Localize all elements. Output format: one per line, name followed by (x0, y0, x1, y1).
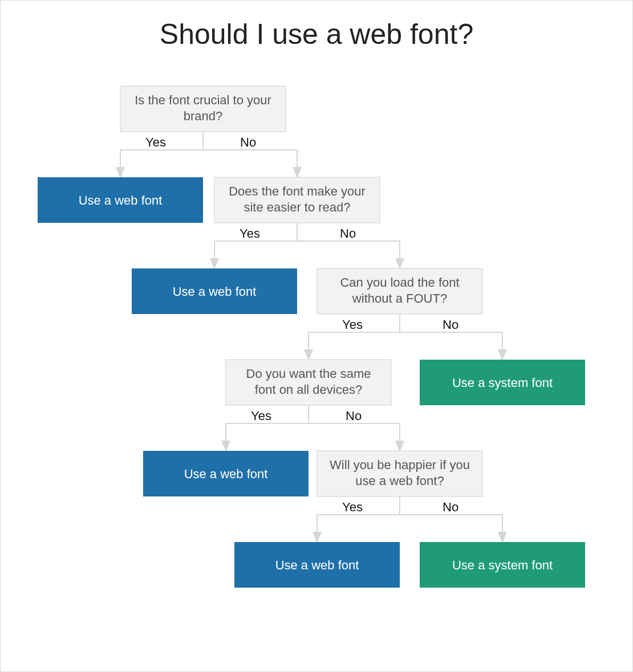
q3-line2: without a FOUT? (352, 291, 447, 306)
a6-node: Use a system font (420, 542, 585, 588)
q1-line2: brand? (184, 109, 223, 123)
q3-yes-label: Yes (342, 317, 363, 332)
a2-node: Use a web font (132, 268, 297, 314)
q2-line2: site easier to read? (244, 200, 350, 214)
a1-node: Use a web font (38, 177, 203, 223)
q1-node: Is the font crucial to your brand? (120, 86, 286, 132)
flowchart-canvas: Is the font crucial to your brand? Yes N… (1, 1, 633, 672)
q4-node: Do you want the same font on all devices… (226, 360, 391, 405)
a4-node: Use a web font (143, 451, 309, 496)
flowchart-frame: Should I use a web font? Is the font cru… (0, 0, 633, 672)
q1-no-label: No (240, 135, 256, 149)
a3-text: Use a system font (452, 376, 553, 390)
q1-line1: Is the font crucial to your (135, 93, 271, 107)
q4-yes-label: Yes (251, 409, 271, 423)
q5-no-label: No (443, 500, 458, 514)
a5-text: Use a web font (275, 558, 359, 572)
q4-no-label: No (346, 409, 362, 423)
q5-line2: use a web font? (355, 474, 444, 488)
a6-text: Use a system font (452, 558, 553, 572)
q5-line1: Will you be happier if you (330, 458, 470, 472)
q2-line1: Does the font make your (229, 184, 366, 198)
q4-line2: font on all devices? (255, 382, 362, 397)
a2-text: Use a web font (173, 284, 257, 299)
q5-node: Will you be happier if you use a web fon… (317, 451, 482, 496)
q3-no-label: No (443, 317, 458, 332)
q2-node: Does the font make your site easier to r… (214, 177, 380, 223)
a5-node: Use a web font (234, 542, 400, 588)
q1-yes-label: Yes (145, 135, 166, 149)
a1-text: Use a web font (79, 193, 163, 207)
q5-yes-label: Yes (342, 500, 363, 514)
q3-line1: Can you load the font (340, 275, 459, 290)
a4-text: Use a web font (184, 467, 268, 481)
q3-node: Can you load the font without a FOUT? (317, 268, 482, 314)
a3-node: Use a system font (420, 360, 585, 405)
q2-yes-label: Yes (240, 226, 260, 241)
q4-line1: Do you want the same (246, 366, 371, 381)
q2-no-label: No (340, 226, 356, 241)
